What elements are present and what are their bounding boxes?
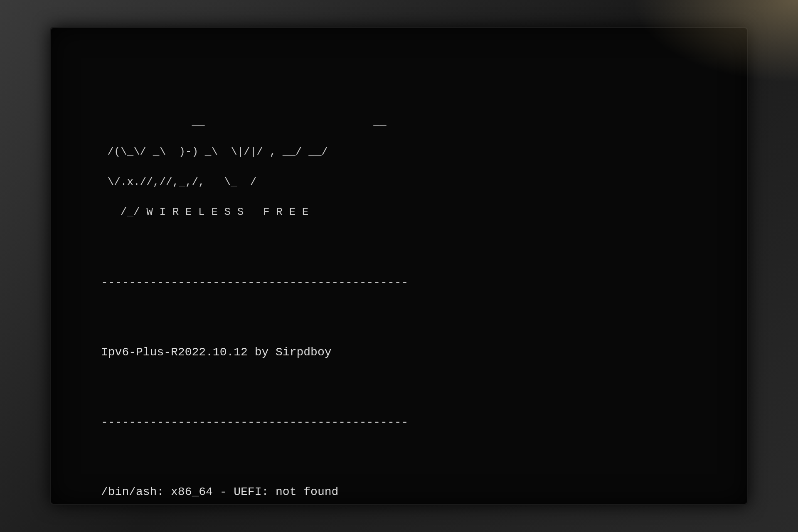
divider-1: ----------------------------------------… [101,274,464,291]
divider-2: ----------------------------------------… [101,414,464,431]
ascii-art-block: __ __ /(\_\/ _\ )-) _\ \|/|/ , __/ __/ \… [101,114,464,220]
uefi-line: /bin/ash: x86_64 - UEFI: not found [101,483,464,501]
monitor-frame: __ __ /(\_\/ _\ )-) _\ \|/|/ , __/ __/ \… [0,0,798,532]
version-line: Ipv6-Plus-R2022.10.12 by Sirpdboy [101,344,464,361]
screen: __ __ /(\_\/ _\ )-) _\ \|/|/ , __/ __/ \… [50,27,748,505]
terminal: __ __ /(\_\/ _\ )-) _\ \|/|/ , __/ __/ \… [101,62,464,505]
